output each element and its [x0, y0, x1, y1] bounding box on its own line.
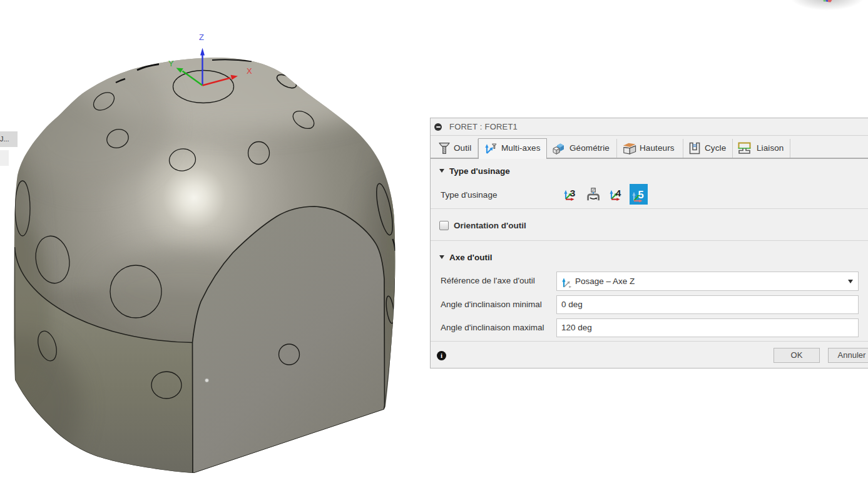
svg-text:3: 3 [570, 188, 576, 198]
svg-text:4: 4 [616, 188, 621, 198]
svg-text:5: 5 [638, 189, 644, 200]
svg-text:X: X [247, 66, 252, 76]
svg-text:Y: Y [168, 59, 174, 68]
svg-text:Z: Z [199, 33, 204, 42]
